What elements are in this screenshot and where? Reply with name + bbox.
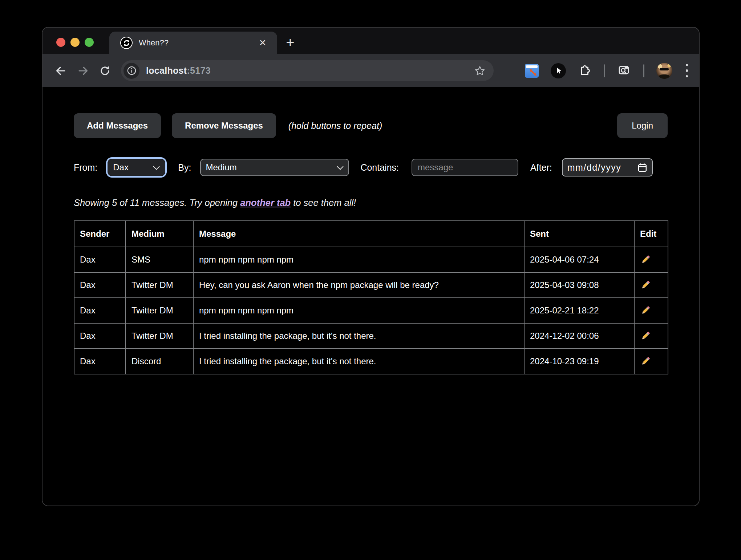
column-header-message: Message xyxy=(193,221,524,247)
chevron-down-icon xyxy=(337,163,344,170)
cell-sender: Dax xyxy=(74,349,126,374)
after-label: After: xyxy=(530,162,552,173)
cell-sent: 2025-04-06 07:24 xyxy=(524,247,634,272)
browser-window: When?? ✕ + xyxy=(42,27,700,506)
add-messages-button[interactable]: Add Messages xyxy=(74,113,161,138)
tab-title: When?? xyxy=(139,38,169,48)
another-tab-link[interactable]: another tab xyxy=(240,198,291,208)
address-bar[interactable]: localhost:5173 xyxy=(121,60,494,81)
back-icon[interactable] xyxy=(52,62,69,80)
from-select-value: Dax xyxy=(113,162,154,173)
table-row: DaxTwitter DMI tried installing the pack… xyxy=(74,323,668,349)
column-header-edit: Edit xyxy=(634,221,668,247)
pencil-icon xyxy=(640,280,651,291)
table-row: DaxSMSnpm npm npm npm npm2025-04-06 07:2… xyxy=(74,247,668,272)
status-prefix: Showing 5 of 11 messages. Try opening xyxy=(74,198,240,208)
contains-input[interactable] xyxy=(412,159,518,176)
cell-medium: Discord xyxy=(126,349,193,374)
url-host: localhost xyxy=(146,65,187,76)
login-button[interactable]: Login xyxy=(617,113,668,138)
window-controls xyxy=(56,38,94,47)
url-port: :5173 xyxy=(187,65,210,76)
cell-sender: Dax xyxy=(74,272,126,298)
medium-select[interactable]: Medium xyxy=(200,159,349,176)
pencil-icon xyxy=(640,356,651,367)
column-header-medium: Medium xyxy=(126,221,193,247)
remove-messages-button[interactable]: Remove Messages xyxy=(172,113,276,138)
cell-medium: Twitter DM xyxy=(126,323,193,349)
browser-menu-icon[interactable] xyxy=(684,62,690,79)
by-label: By: xyxy=(178,162,191,173)
from-select[interactable]: Dax xyxy=(108,159,165,176)
reload-icon[interactable] xyxy=(96,62,114,80)
from-label: From: xyxy=(74,162,97,173)
edit-message-button[interactable] xyxy=(634,247,668,272)
extensions-puzzle-icon[interactable] xyxy=(578,63,592,78)
cell-sent: 2025-02-21 18:22 xyxy=(524,298,634,323)
pencil-icon xyxy=(640,330,651,341)
cell-medium: SMS xyxy=(126,247,193,272)
column-header-sent: Sent xyxy=(524,221,634,247)
cell-sent: 2025-04-03 09:08 xyxy=(524,272,634,298)
cell-medium: Twitter DM xyxy=(126,298,193,323)
forward-icon[interactable] xyxy=(74,62,92,80)
profile-avatar[interactable] xyxy=(656,63,672,79)
pencil-icon xyxy=(640,254,651,265)
cell-sender: Dax xyxy=(74,323,126,349)
cell-sender: Dax xyxy=(74,298,126,323)
bookmark-star-icon[interactable] xyxy=(474,65,486,77)
table-header-row: SenderMediumMessageSentEdit xyxy=(74,221,668,247)
edit-message-button[interactable] xyxy=(634,349,668,374)
tab-close-icon[interactable]: ✕ xyxy=(259,38,266,47)
cell-message: npm npm npm npm npm xyxy=(193,247,524,272)
cell-message: I tried installing the package, but it's… xyxy=(193,349,524,374)
cell-medium: Twitter DM xyxy=(126,272,193,298)
close-window-button[interactable] xyxy=(56,38,65,47)
zoom-window-button[interactable] xyxy=(85,38,94,47)
filters-row: From: Dax By: Medium Contains: After: mm… xyxy=(74,158,668,176)
calendar-icon[interactable] xyxy=(637,163,647,173)
toolbar-divider xyxy=(643,64,644,77)
after-date-input[interactable]: mm/dd/yyyy xyxy=(562,158,653,176)
table-row: DaxTwitter DMHey, can you ask Aaron when… xyxy=(74,272,668,298)
cell-sender: Dax xyxy=(74,247,126,272)
edit-message-button[interactable] xyxy=(634,272,668,298)
toolbar-divider xyxy=(604,64,605,77)
messages-table: SenderMediumMessageSentEdit DaxSMSnpm np… xyxy=(74,220,668,374)
tab-search-icon[interactable] xyxy=(617,63,631,79)
new-tab-button[interactable]: + xyxy=(281,33,300,52)
browser-toolbar: localhost:5173 xyxy=(42,54,699,87)
cell-message: Hey, can you ask Aaron when the npm pack… xyxy=(193,272,524,298)
hold-buttons-hint: (hold buttons to repeat) xyxy=(288,121,382,131)
date-placeholder: mm/dd/yyyy xyxy=(567,162,621,173)
browser-tab[interactable]: When?? ✕ xyxy=(109,32,277,54)
status-line: Showing 5 of 11 messages. Try opening an… xyxy=(74,198,668,208)
cell-sent: 2024-10-23 09:19 xyxy=(524,349,634,374)
cell-sent: 2024-12-02 00:06 xyxy=(524,323,634,349)
edit-message-button[interactable] xyxy=(634,298,668,323)
tab-favicon-sync-icon xyxy=(120,37,133,49)
site-info-icon[interactable] xyxy=(124,63,139,79)
column-header-sender: Sender xyxy=(74,221,126,247)
cell-message: I tried installing the package, but it's… xyxy=(193,323,524,349)
edit-message-button[interactable] xyxy=(634,323,668,349)
status-suffix: to see them all! xyxy=(291,198,356,208)
url-text: localhost:5173 xyxy=(146,65,211,76)
page-content: Add Messages Remove Messages (hold butto… xyxy=(42,87,699,506)
table-row: DaxTwitter DMnpm npm npm npm npm2025-02-… xyxy=(74,298,668,323)
medium-select-value: Medium xyxy=(206,162,338,173)
window-resizer-extension-icon[interactable] xyxy=(525,64,539,78)
desktop-background: When?? ✕ + xyxy=(0,0,741,560)
pencil-icon xyxy=(640,305,651,316)
table-row: DaxDiscordI tried installing the package… xyxy=(74,349,668,374)
contains-label: Contains: xyxy=(360,162,399,173)
chevron-down-icon xyxy=(153,163,160,170)
messages-table-body: DaxSMSnpm npm npm npm npm2025-04-06 07:2… xyxy=(74,247,668,374)
toolbar-right-group xyxy=(525,62,690,79)
cursor-extension-icon[interactable] xyxy=(551,63,566,78)
actions-row: Add Messages Remove Messages (hold butto… xyxy=(74,113,668,138)
minimize-window-button[interactable] xyxy=(70,38,80,47)
cell-message: npm npm npm npm npm xyxy=(193,298,524,323)
tab-strip: When?? ✕ + xyxy=(42,28,699,54)
